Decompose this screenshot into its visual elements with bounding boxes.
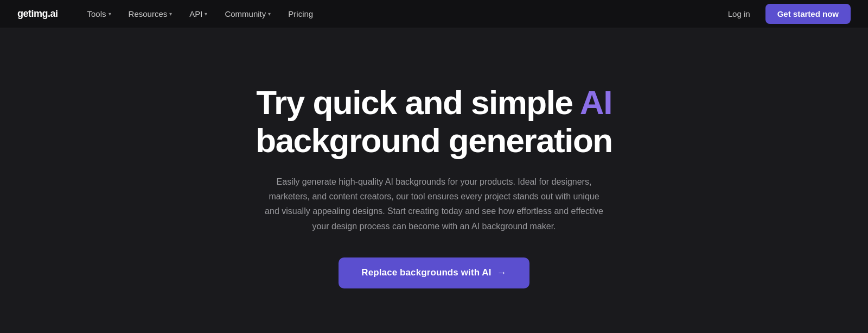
hero-section: Try quick and simple AI background gener… <box>0 28 868 333</box>
nav-resources-label: Resources <box>129 9 168 18</box>
nav-item-tools[interactable]: Tools ▾ <box>80 6 119 22</box>
get-started-button[interactable]: Get started now <box>765 4 851 24</box>
hero-description: Easily generate high-quality AI backgrou… <box>260 174 608 234</box>
chevron-down-icon: ▾ <box>268 11 271 17</box>
nav-item-community[interactable]: Community ▾ <box>217 6 278 22</box>
chevron-down-icon: ▾ <box>169 11 172 17</box>
nav-right: Log in Get started now <box>722 4 851 24</box>
nav-item-api[interactable]: API ▾ <box>182 6 215 22</box>
hero-cta-label: Replace backgrounds with AI <box>361 267 491 278</box>
nav-links: Tools ▾ Resources ▾ API ▾ Community ▾ Pr… <box>80 6 722 22</box>
hero-title: Try quick and simple AI background gener… <box>244 84 624 159</box>
login-link[interactable]: Log in <box>722 6 757 22</box>
nav-api-label: API <box>189 9 202 18</box>
hero-title-start: Try quick and simple <box>256 84 580 121</box>
nav-community-label: Community <box>225 9 266 18</box>
arrow-icon: → <box>497 267 507 279</box>
nav-tools-label: Tools <box>87 9 106 18</box>
hero-title-end: background generation <box>256 122 612 159</box>
nav-item-pricing[interactable]: Pricing <box>280 6 321 22</box>
site-logo[interactable]: getimg.ai <box>17 8 58 20</box>
nav-item-resources[interactable]: Resources ▾ <box>121 6 180 22</box>
nav-pricing-label: Pricing <box>288 9 313 18</box>
navbar: getimg.ai Tools ▾ Resources ▾ API ▾ Comm… <box>0 0 868 28</box>
replace-backgrounds-button[interactable]: Replace backgrounds with AI → <box>339 257 529 288</box>
chevron-down-icon: ▾ <box>205 11 207 17</box>
chevron-down-icon: ▾ <box>108 11 111 17</box>
hero-title-highlight: AI <box>580 84 612 121</box>
